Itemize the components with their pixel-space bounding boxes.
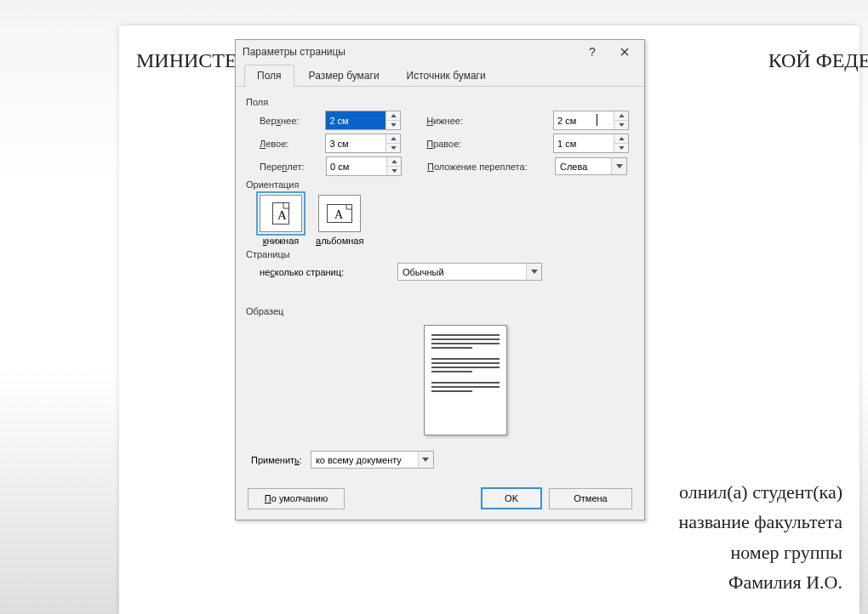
- svg-marker-3: [391, 123, 396, 127]
- svg-text:A: A: [334, 208, 344, 221]
- chevron-down-icon: [526, 264, 541, 280]
- doc-line: номер группы: [678, 537, 842, 567]
- doc-line: название факультета: [678, 507, 842, 537]
- spinner-down-icon[interactable]: [386, 121, 400, 129]
- spinner-up-icon[interactable]: [387, 157, 401, 167]
- label-bottom-margin: Нижнее:: [426, 116, 553, 126]
- dialog-titlebar: Параметры страницы ?: [236, 40, 644, 64]
- svg-marker-4: [619, 114, 624, 117]
- page-preview: [424, 325, 507, 435]
- orientation-portrait[interactable]: A книжная: [260, 195, 302, 246]
- orientation-portrait-label: книжная: [263, 236, 300, 246]
- svg-marker-8: [619, 137, 624, 140]
- tab-paper-size[interactable]: Размер бумаги: [296, 65, 392, 87]
- svg-marker-9: [619, 146, 624, 150]
- spinner-down-icon[interactable]: [387, 167, 401, 175]
- chevron-down-icon: [611, 158, 626, 174]
- page-setup-dialog: Параметры страницы ? Поля Размер бумаги …: [235, 39, 645, 520]
- pages-group-label: Страницы: [246, 249, 629, 259]
- landscape-icon: A: [318, 195, 361, 232]
- svg-marker-18: [422, 458, 429, 462]
- orientation-landscape-label: альбомная: [316, 236, 363, 246]
- doc-line: олнил(а) студент(ка): [678, 477, 842, 507]
- select-apply-to[interactable]: ко всему документу: [311, 451, 434, 469]
- label-apply-to: Применить:: [251, 455, 302, 465]
- portrait-icon: A: [260, 195, 302, 232]
- label-gutter-position: Положение переплета:: [427, 162, 555, 172]
- spinner-up-icon[interactable]: [614, 111, 628, 121]
- spinner-down-icon[interactable]: [614, 144, 628, 152]
- input-right-margin[interactable]: [554, 134, 614, 152]
- input-bottom-margin[interactable]: [554, 111, 614, 129]
- cancel-button[interactable]: Отмена: [549, 488, 632, 509]
- svg-marker-17: [531, 270, 538, 274]
- spinner-up-icon[interactable]: [386, 134, 400, 144]
- svg-marker-12: [616, 164, 623, 168]
- spinner-top-margin[interactable]: [325, 111, 401, 130]
- select-multiple-pages[interactable]: Обычный: [397, 263, 542, 281]
- label-multiple-pages: несколько страниц:: [260, 267, 397, 277]
- svg-marker-6: [391, 137, 396, 140]
- orientation-landscape[interactable]: A альбомная: [316, 195, 363, 246]
- close-icon: [620, 46, 629, 59]
- svg-marker-5: [619, 123, 624, 127]
- select-gutter-position[interactable]: Слева: [555, 157, 627, 175]
- label-right-margin: Правое:: [426, 139, 553, 149]
- spinner-down-icon[interactable]: [614, 121, 628, 129]
- spinner-right-margin[interactable]: [553, 134, 629, 153]
- spinner-left-margin[interactable]: [325, 134, 401, 153]
- chevron-down-icon: [418, 452, 433, 468]
- svg-marker-10: [391, 160, 397, 163]
- orientation-group-label: Ориентация: [246, 179, 629, 190]
- text-cursor-icon: [597, 114, 597, 126]
- ok-button[interactable]: OK: [481, 487, 542, 509]
- default-button[interactable]: По умолчанию: [248, 488, 345, 509]
- input-gutter[interactable]: [327, 157, 386, 175]
- document-right-block: олнил(а) студент(ка) название факультета…: [678, 477, 842, 597]
- sample-group-label: Образец: [246, 306, 629, 316]
- dialog-tabs: Поля Размер бумаги Источник бумаги: [236, 64, 644, 87]
- spinner-gutter[interactable]: [326, 156, 402, 176]
- label-top-margin: Верхнее:: [260, 116, 325, 126]
- spinner-up-icon[interactable]: [386, 111, 400, 121]
- spinner-bottom-margin[interactable]: [553, 111, 629, 130]
- svg-marker-7: [391, 146, 396, 150]
- help-button[interactable]: ?: [576, 42, 608, 62]
- svg-text:A: A: [277, 208, 287, 222]
- svg-marker-2: [391, 114, 396, 117]
- input-top-margin[interactable]: [326, 111, 385, 129]
- doc-line: Фамилия И.О.: [678, 567, 842, 597]
- spinner-up-icon[interactable]: [614, 134, 628, 144]
- dialog-title: Параметры страницы: [243, 46, 576, 58]
- label-left-margin: Левое:: [260, 139, 325, 149]
- margins-group-label: Поля: [246, 97, 629, 107]
- tab-fields[interactable]: Поля: [244, 65, 294, 87]
- spinner-down-icon[interactable]: [386, 144, 400, 152]
- close-button[interactable]: [608, 42, 641, 62]
- tab-paper-source[interactable]: Источник бумаги: [394, 65, 499, 87]
- label-gutter: Переплет:: [260, 162, 326, 172]
- svg-marker-11: [391, 169, 397, 173]
- input-left-margin[interactable]: [326, 134, 385, 152]
